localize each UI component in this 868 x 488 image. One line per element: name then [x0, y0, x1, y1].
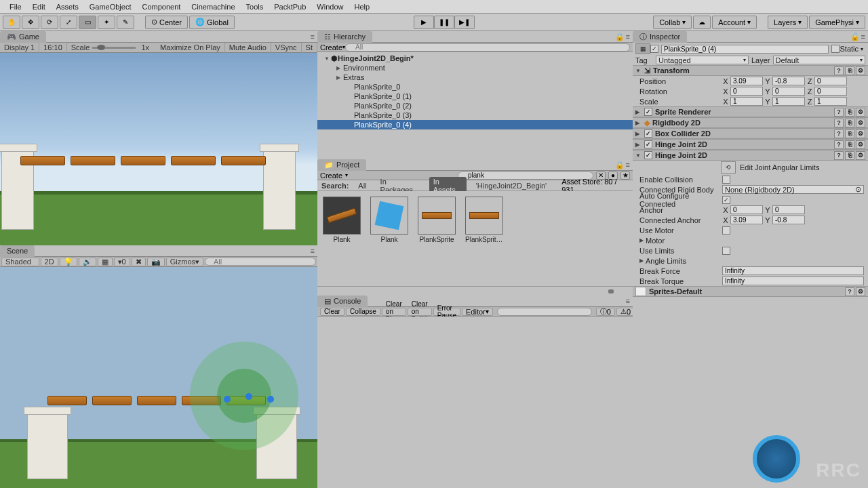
project-create-dropdown[interactable]: Create: [320, 171, 342, 180]
pivot-toggle[interactable]: ⊙Center: [145, 16, 188, 29]
console-editor-dropdown[interactable]: Editor ▾: [462, 308, 493, 316]
vsync-toggle[interactable]: VSync: [271, 43, 302, 53]
hierarchy-item[interactable]: PlankSprite_0 (3): [317, 110, 633, 120]
object-picker-icon[interactable]: ⊙: [855, 185, 861, 194]
material-header[interactable]: Sprites-Default?⚙: [633, 286, 868, 297]
mute-audio[interactable]: Mute Audio: [225, 43, 271, 53]
tag-dropdown[interactable]: Untagged▾: [656, 56, 749, 64]
play-button[interactable]: ▶: [414, 16, 434, 29]
component-help-icon[interactable]: ?: [834, 66, 844, 75]
console-search[interactable]: [497, 308, 592, 316]
stats-toggle[interactable]: St: [302, 43, 317, 53]
use-limits-checkbox[interactable]: [722, 247, 730, 255]
panel-lock-icon[interactable]: 🔒: [615, 33, 625, 41]
filter-scene[interactable]: 'HingeJoint2D_Begin': [472, 181, 551, 190]
menu-packtpub[interactable]: PacktPub: [269, 1, 311, 13]
enable-collision-checkbox[interactable]: [722, 176, 730, 184]
hierarchy-list[interactable]: ▼⬢HingeJoint2D_Begin* ▶Environment ▶Extr…: [317, 52, 633, 159]
conn-anchor-y[interactable]: [772, 216, 805, 224]
hingejoint2d-header-1[interactable]: ▶✓Hinge Joint 2D?⎘⚙: [633, 139, 868, 150]
scale-slider[interactable]: [92, 47, 136, 49]
component-enable-checkbox[interactable]: ✓: [644, 151, 652, 159]
menu-component[interactable]: Component: [136, 1, 186, 13]
shading-dropdown[interactable]: Shaded: [1, 258, 39, 266]
scene-camera-toggle[interactable]: 📷: [147, 258, 165, 266]
sprite-renderer-header[interactable]: ▶✓Sprite Renderer?⎘⚙: [633, 106, 868, 117]
filter-all[interactable]: All: [354, 181, 370, 190]
scene-view[interactable]: [0, 267, 317, 488]
project-size-slider[interactable]: [317, 286, 633, 296]
menu-edit[interactable]: Edit: [27, 1, 51, 13]
hierarchy-create-dropdown[interactable]: Create: [320, 43, 342, 52]
scene-fx-toggle[interactable]: ▦: [98, 258, 113, 266]
scene-light-toggle[interactable]: 💡: [60, 258, 77, 266]
cloud-button[interactable]: ☁: [693, 16, 711, 29]
console-clear-build[interactable]: Clear on Build: [408, 308, 432, 316]
hierarchy-item[interactable]: ▶Extras: [317, 73, 633, 82]
component-enable-checkbox[interactable]: ✓: [644, 140, 652, 148]
conn-anchor-x[interactable]: [730, 216, 763, 224]
hierarchy-tab[interactable]: ☷Hierarchy: [317, 31, 372, 43]
edit-joint-button[interactable]: ⟲: [721, 161, 736, 174]
step-button[interactable]: ▶❚: [454, 16, 475, 29]
hierarchy-item[interactable]: ▶Environment: [317, 63, 633, 73]
scene-gizmo-toggle[interactable]: ▾0: [114, 258, 130, 266]
panel-lock-icon[interactable]: 🔒: [615, 161, 625, 169]
break-force-field[interactable]: [722, 266, 864, 275]
object-name-field[interactable]: [661, 45, 829, 54]
space-toggle[interactable]: 🌐Global: [189, 16, 235, 29]
hierarchy-item[interactable]: PlankSprite_0 (1): [317, 92, 633, 101]
console-warn-count[interactable]: ⚠0: [616, 308, 635, 316]
menu-cinemachine[interactable]: Cinemachine: [186, 1, 240, 13]
rect-tool[interactable]: ▭: [79, 16, 96, 29]
static-checkbox[interactable]: [831, 45, 840, 53]
pause-button[interactable]: ❚❚: [434, 16, 454, 29]
static-dropdown-icon[interactable]: ▾: [859, 46, 865, 52]
console-tab[interactable]: ▤Console: [317, 296, 368, 307]
layout-dropdown[interactable]: GamePhysi▾: [809, 16, 865, 29]
console-collapse[interactable]: Collapse: [346, 308, 380, 316]
hand-tool[interactable]: ✋: [3, 16, 20, 29]
pos-y[interactable]: [772, 77, 805, 85]
layer-dropdown[interactable]: Default▾: [773, 56, 866, 64]
pos-x[interactable]: [730, 77, 763, 85]
game-tab[interactable]: 🎮Game: [0, 31, 46, 43]
rotate-tool[interactable]: ⟳: [41, 16, 58, 29]
hierarchy-search[interactable]: [345, 43, 630, 52]
menu-tools[interactable]: Tools: [241, 1, 269, 13]
component-preset-icon[interactable]: ⎘: [845, 66, 854, 75]
hierarchy-item[interactable]: PlankSprite_0 (2): [317, 101, 633, 110]
use-motor-checkbox[interactable]: [722, 226, 730, 235]
menu-help[interactable]: Help: [349, 1, 375, 13]
panel-menu-icon[interactable]: ≡: [626, 161, 630, 169]
display-dropdown[interactable]: Display 1: [0, 43, 39, 53]
gizmos-dropdown[interactable]: Gizmos ▾: [166, 258, 203, 266]
anchor-x[interactable]: [730, 205, 763, 214]
scene-audio-toggle[interactable]: 🔊: [79, 258, 96, 266]
scl-z[interactable]: [814, 97, 847, 106]
console-clear-play[interactable]: Clear on Play: [382, 308, 406, 316]
rigidbody2d-header[interactable]: ▶◆Rigidbody 2D?⎘⚙: [633, 117, 868, 128]
asset-item[interactable]: Plank: [370, 197, 408, 243]
menu-gameobject[interactable]: GameObject: [84, 1, 137, 13]
mode-2d-toggle[interactable]: 2D: [41, 258, 58, 266]
connected-body-field[interactable]: None (Rigidbody 2D)⊙: [722, 185, 864, 194]
motor-foldout[interactable]: Motor: [646, 237, 722, 245]
scale-tool[interactable]: ⤢: [60, 16, 77, 29]
custom-tool[interactable]: ✎: [117, 16, 134, 29]
move-tool[interactable]: ✥: [22, 16, 39, 29]
scl-y[interactable]: [772, 97, 805, 106]
auto-configure-checkbox[interactable]: ✓: [722, 196, 730, 204]
active-checkbox[interactable]: ✓: [650, 45, 658, 53]
rot-y[interactable]: [772, 87, 805, 96]
scl-x[interactable]: [730, 97, 763, 106]
break-torque-field[interactable]: [722, 277, 864, 285]
hierarchy-item[interactable]: PlankSprite_0: [317, 82, 633, 92]
hierarchy-item-selected[interactable]: PlankSprite_0 (4): [317, 120, 633, 129]
transform-header[interactable]: ▼⇲ Transform ?⎘⚙: [633, 65, 868, 76]
layers-dropdown[interactable]: Layers ▾: [768, 16, 808, 29]
hierarchy-scene-row[interactable]: ▼⬢HingeJoint2D_Begin*: [317, 54, 633, 63]
rot-x[interactable]: [730, 87, 763, 96]
panel-lock-icon[interactable]: 🔓: [850, 33, 860, 41]
panel-menu-icon[interactable]: ≡: [861, 33, 865, 41]
